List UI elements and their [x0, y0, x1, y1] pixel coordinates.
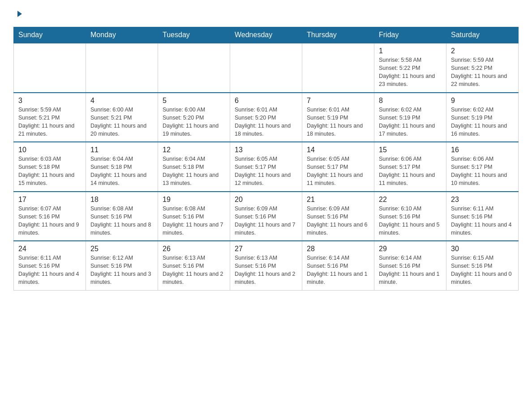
calendar-cell: 26Sunrise: 6:13 AMSunset: 5:16 PMDayligh…: [158, 241, 230, 290]
calendar-header-monday: Monday: [86, 27, 158, 43]
calendar-cell: 29Sunrise: 6:14 AMSunset: 5:16 PMDayligh…: [374, 241, 446, 290]
calendar-cell: 28Sunrise: 6:14 AMSunset: 5:16 PMDayligh…: [302, 241, 374, 290]
calendar-cell: 19Sunrise: 6:08 AMSunset: 5:16 PMDayligh…: [158, 192, 230, 241]
calendar-week-row: 1Sunrise: 5:58 AMSunset: 5:22 PMDaylight…: [14, 43, 519, 93]
day-info: Sunrise: 6:12 AMSunset: 5:16 PMDaylight:…: [90, 254, 153, 287]
logo: [13, 9, 23, 20]
day-info: Sunrise: 6:11 AMSunset: 5:16 PMDaylight:…: [18, 254, 81, 287]
calendar-cell: [302, 43, 374, 93]
day-number: 16: [451, 146, 514, 154]
calendar-header-row: SundayMondayTuesdayWednesdayThursdayFrid…: [14, 27, 519, 43]
day-number: 13: [235, 146, 297, 154]
day-info: Sunrise: 6:06 AMSunset: 5:17 PMDaylight:…: [451, 155, 514, 188]
day-info: Sunrise: 6:00 AMSunset: 5:21 PMDaylight:…: [90, 106, 153, 138]
calendar-cell: 22Sunrise: 6:10 AMSunset: 5:16 PMDayligh…: [374, 192, 446, 241]
calendar-header-thursday: Thursday: [302, 27, 374, 43]
calendar-cell: 21Sunrise: 6:09 AMSunset: 5:16 PMDayligh…: [302, 192, 374, 241]
day-number: 26: [163, 245, 225, 253]
day-number: 9: [451, 97, 514, 105]
calendar-cell: 9Sunrise: 6:02 AMSunset: 5:19 PMDaylight…: [446, 93, 519, 142]
calendar-cell: 10Sunrise: 6:03 AMSunset: 5:18 PMDayligh…: [14, 142, 86, 192]
day-info: Sunrise: 6:05 AMSunset: 5:17 PMDaylight:…: [307, 155, 369, 188]
calendar-cell: 8Sunrise: 6:02 AMSunset: 5:19 PMDaylight…: [374, 93, 446, 142]
day-number: 14: [307, 146, 369, 154]
day-number: 7: [307, 97, 369, 105]
day-info: Sunrise: 6:04 AMSunset: 5:18 PMDaylight:…: [163, 155, 225, 188]
calendar-cell: 3Sunrise: 5:59 AMSunset: 5:21 PMDaylight…: [14, 93, 86, 142]
day-info: Sunrise: 6:02 AMSunset: 5:19 PMDaylight:…: [379, 106, 442, 138]
calendar-cell: 18Sunrise: 6:08 AMSunset: 5:16 PMDayligh…: [86, 192, 158, 241]
day-number: 19: [163, 196, 225, 204]
day-info: Sunrise: 6:06 AMSunset: 5:17 PMDaylight:…: [379, 155, 442, 188]
day-number: 6: [235, 97, 297, 105]
calendar-header-saturday: Saturday: [446, 27, 519, 43]
day-info: Sunrise: 6:02 AMSunset: 5:19 PMDaylight:…: [451, 106, 514, 138]
page-header: [13, 9, 519, 20]
day-info: Sunrise: 6:11 AMSunset: 5:16 PMDaylight:…: [451, 205, 514, 237]
svg-marker-0: [17, 11, 22, 17]
calendar-cell: [158, 43, 230, 93]
calendar-cell: 7Sunrise: 6:01 AMSunset: 5:19 PMDaylight…: [302, 93, 374, 142]
logo-arrow-icon: [15, 10, 23, 20]
calendar-header-tuesday: Tuesday: [158, 27, 230, 43]
calendar-header-friday: Friday: [374, 27, 446, 43]
calendar-table: SundayMondayTuesdayWednesdayThursdayFrid…: [13, 27, 519, 291]
day-number: 18: [90, 196, 153, 204]
calendar-cell: 15Sunrise: 6:06 AMSunset: 5:17 PMDayligh…: [374, 142, 446, 192]
day-info: Sunrise: 5:58 AMSunset: 5:22 PMDaylight:…: [379, 56, 442, 89]
calendar-cell: 12Sunrise: 6:04 AMSunset: 5:18 PMDayligh…: [158, 142, 230, 192]
calendar-header-wednesday: Wednesday: [230, 27, 302, 43]
calendar-cell: 14Sunrise: 6:05 AMSunset: 5:17 PMDayligh…: [302, 142, 374, 192]
calendar-cell: 2Sunrise: 5:59 AMSunset: 5:22 PMDaylight…: [446, 43, 519, 93]
calendar-cell: [230, 43, 302, 93]
calendar-cell: 20Sunrise: 6:09 AMSunset: 5:16 PMDayligh…: [230, 192, 302, 241]
day-info: Sunrise: 6:05 AMSunset: 5:17 PMDaylight:…: [235, 155, 297, 188]
calendar-week-row: 24Sunrise: 6:11 AMSunset: 5:16 PMDayligh…: [14, 241, 519, 290]
day-info: Sunrise: 6:01 AMSunset: 5:19 PMDaylight:…: [307, 106, 369, 138]
calendar-cell: 11Sunrise: 6:04 AMSunset: 5:18 PMDayligh…: [86, 142, 158, 192]
day-number: 25: [90, 245, 153, 253]
calendar-cell: 16Sunrise: 6:06 AMSunset: 5:17 PMDayligh…: [446, 142, 519, 192]
day-info: Sunrise: 6:00 AMSunset: 5:20 PMDaylight:…: [163, 106, 225, 138]
day-info: Sunrise: 6:07 AMSunset: 5:16 PMDaylight:…: [18, 205, 81, 237]
day-info: Sunrise: 6:04 AMSunset: 5:18 PMDaylight:…: [90, 155, 153, 188]
day-info: Sunrise: 6:09 AMSunset: 5:16 PMDaylight:…: [235, 205, 297, 237]
day-info: Sunrise: 6:01 AMSunset: 5:20 PMDaylight:…: [235, 106, 297, 138]
day-info: Sunrise: 6:14 AMSunset: 5:16 PMDaylight:…: [379, 254, 442, 287]
day-number: 12: [163, 146, 225, 154]
day-number: 4: [90, 97, 153, 105]
day-number: 10: [18, 146, 81, 154]
calendar-cell: 6Sunrise: 6:01 AMSunset: 5:20 PMDaylight…: [230, 93, 302, 142]
calendar-cell: 13Sunrise: 6:05 AMSunset: 5:17 PMDayligh…: [230, 142, 302, 192]
calendar-cell: 1Sunrise: 5:58 AMSunset: 5:22 PMDaylight…: [374, 43, 446, 93]
day-number: 23: [451, 196, 514, 204]
calendar-cell: [86, 43, 158, 93]
day-number: 27: [235, 245, 297, 253]
day-number: 15: [379, 146, 442, 154]
calendar-week-row: 10Sunrise: 6:03 AMSunset: 5:18 PMDayligh…: [14, 142, 519, 192]
day-info: Sunrise: 5:59 AMSunset: 5:21 PMDaylight:…: [18, 106, 81, 138]
day-info: Sunrise: 6:13 AMSunset: 5:16 PMDaylight:…: [235, 254, 297, 287]
calendar-cell: [14, 43, 86, 93]
day-number: 24: [18, 245, 81, 253]
calendar-week-row: 17Sunrise: 6:07 AMSunset: 5:16 PMDayligh…: [14, 192, 519, 241]
calendar-cell: 30Sunrise: 6:15 AMSunset: 5:16 PMDayligh…: [446, 241, 519, 290]
calendar-cell: 25Sunrise: 6:12 AMSunset: 5:16 PMDayligh…: [86, 241, 158, 290]
day-number: 17: [18, 196, 81, 204]
day-info: Sunrise: 6:13 AMSunset: 5:16 PMDaylight:…: [163, 254, 225, 287]
calendar-week-row: 3Sunrise: 5:59 AMSunset: 5:21 PMDaylight…: [14, 93, 519, 142]
day-info: Sunrise: 6:08 AMSunset: 5:16 PMDaylight:…: [90, 205, 153, 237]
day-number: 30: [451, 245, 514, 253]
day-number: 29: [379, 245, 442, 253]
day-number: 22: [379, 196, 442, 204]
day-info: Sunrise: 6:15 AMSunset: 5:16 PMDaylight:…: [451, 254, 514, 287]
day-number: 11: [90, 146, 153, 154]
calendar-cell: 27Sunrise: 6:13 AMSunset: 5:16 PMDayligh…: [230, 241, 302, 290]
calendar-cell: 17Sunrise: 6:07 AMSunset: 5:16 PMDayligh…: [14, 192, 86, 241]
day-number: 21: [307, 196, 369, 204]
day-number: 8: [379, 97, 442, 105]
day-info: Sunrise: 6:03 AMSunset: 5:18 PMDaylight:…: [18, 155, 81, 188]
day-number: 3: [18, 97, 81, 105]
calendar-header-sunday: Sunday: [14, 27, 86, 43]
day-number: 20: [235, 196, 297, 204]
